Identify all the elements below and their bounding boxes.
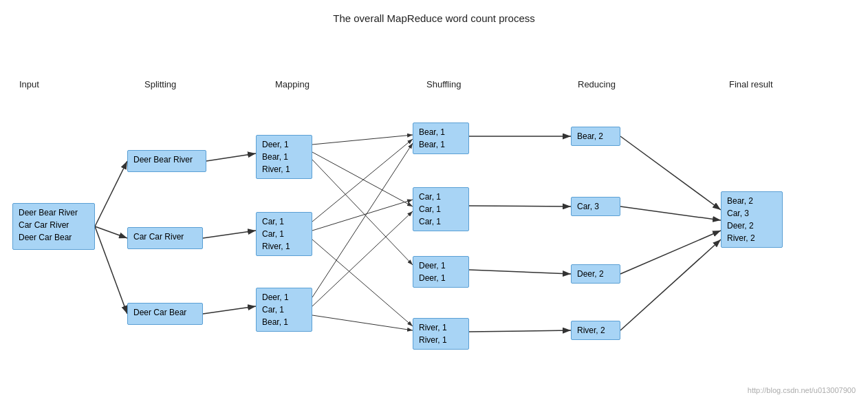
stage-label-splitting: Splitting xyxy=(144,79,176,89)
red4: River, 2 xyxy=(571,321,620,340)
map3: Deer, 1Car, 1Bear, 1 xyxy=(256,288,312,332)
svg-line-11 xyxy=(312,200,413,231)
shuf2: Car, 1Car, 1Car, 1 xyxy=(413,187,469,231)
red2: Car, 3 xyxy=(571,197,620,216)
diagram-container: The overall MapReduce word count process xyxy=(0,0,868,404)
stage-label-mapping: Mapping xyxy=(275,79,310,89)
svg-line-7 xyxy=(312,135,413,145)
shuf1: Bear, 1Bear, 1 xyxy=(413,123,469,154)
svg-line-4 xyxy=(206,153,256,161)
svg-line-19 xyxy=(469,330,571,332)
red3: Deer, 2 xyxy=(571,264,620,284)
svg-line-12 xyxy=(312,240,413,326)
svg-line-13 xyxy=(312,143,413,297)
svg-line-22 xyxy=(620,231,721,274)
red1: Bear, 2 xyxy=(571,127,620,146)
final-box: Bear, 2Car, 3Deer, 2River, 2 xyxy=(721,191,783,248)
split3: Deer Car Bear xyxy=(127,303,203,325)
svg-line-23 xyxy=(620,240,721,330)
svg-line-8 xyxy=(312,152,413,206)
watermark: http://blog.csdn.net/u013007900 xyxy=(748,386,856,394)
svg-line-21 xyxy=(620,206,721,220)
map1: Deer, 1Bear, 1River, 1 xyxy=(256,135,312,179)
stage-label-shuffling: Shuffling xyxy=(426,79,461,89)
svg-line-17 xyxy=(469,206,571,206)
svg-line-15 xyxy=(312,315,413,330)
svg-line-9 xyxy=(312,160,413,265)
shuf3: Deer, 1Deer, 1 xyxy=(413,256,469,288)
shuf4: River, 1River, 1 xyxy=(413,318,469,350)
svg-line-18 xyxy=(469,270,571,274)
svg-line-6 xyxy=(203,306,256,314)
svg-line-1 xyxy=(95,161,127,226)
stage-label-input: Input xyxy=(19,79,39,89)
split2: Car Car River xyxy=(127,227,203,249)
svg-line-10 xyxy=(312,139,413,222)
svg-line-5 xyxy=(203,231,256,238)
svg-line-2 xyxy=(95,226,127,238)
svg-line-14 xyxy=(312,211,413,306)
split1: Deer Bear River xyxy=(127,150,206,172)
map2: Car, 1Car, 1River, 1 xyxy=(256,212,312,256)
diagram-title: The overall MapReduce word count process xyxy=(0,0,868,24)
svg-line-20 xyxy=(620,136,721,210)
svg-line-3 xyxy=(95,226,127,314)
input-box: Deer Bear RiverCar Car RiverDeer Car Bea… xyxy=(12,203,95,250)
stage-label-final: Final result xyxy=(729,79,773,89)
stage-label-reducing: Reducing xyxy=(578,79,616,89)
